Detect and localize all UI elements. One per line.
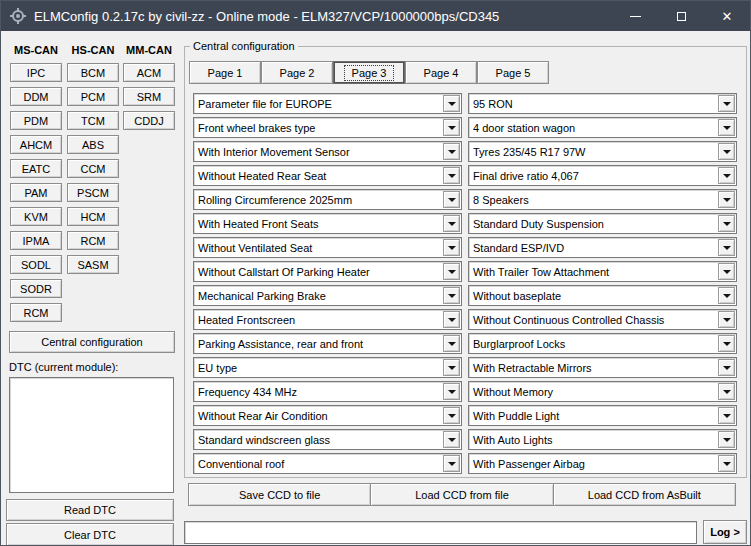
config-combobox[interactable]: Mechanical Parking Brake	[193, 285, 462, 306]
dropdown-button[interactable]	[443, 455, 460, 472]
config-combobox[interactable]: Final drive ratio 4,067	[468, 165, 737, 186]
dropdown-button[interactable]	[443, 407, 460, 424]
module-button[interactable]: SASM	[67, 255, 119, 274]
module-button[interactable]: SRM	[123, 87, 175, 106]
page-tab[interactable]: Page 2	[261, 61, 333, 84]
module-button[interactable]: IPC	[10, 63, 62, 82]
module-button[interactable]: EATC	[10, 159, 62, 178]
dropdown-button[interactable]	[718, 359, 735, 376]
dropdown-button[interactable]	[718, 263, 735, 280]
module-button[interactable]: AHCM	[10, 135, 62, 154]
dropdown-button[interactable]	[443, 311, 460, 328]
config-combobox[interactable]: With Retractable Mirrors	[468, 357, 737, 378]
ccd-button[interactable]: Save CCD to file	[188, 483, 371, 506]
module-button[interactable]: RCM	[67, 231, 119, 250]
dropdown-button[interactable]	[443, 191, 460, 208]
config-combobox[interactable]: 95 RON	[468, 93, 737, 114]
config-combobox[interactable]: Without baseplate	[468, 285, 737, 306]
config-combobox[interactable]: Without Memory	[468, 381, 737, 402]
dropdown-button[interactable]	[443, 383, 460, 400]
config-combobox[interactable]: Parameter file for EUROPE	[193, 93, 462, 114]
module-button[interactable]: BCM	[67, 63, 119, 82]
module-button[interactable]: CDDJ	[123, 111, 175, 130]
config-combobox[interactable]: With Interior Movement Sensor	[193, 141, 462, 162]
dropdown-button[interactable]	[718, 215, 735, 232]
dropdown-button[interactable]	[718, 119, 735, 136]
module-button[interactable]: DDM	[10, 87, 62, 106]
config-combobox[interactable]: Without Callstart Of Parking Heater	[193, 261, 462, 282]
config-combobox[interactable]: Standard windscreen glass	[193, 429, 462, 450]
dropdown-button[interactable]	[443, 239, 460, 256]
maximize-button[interactable]	[658, 1, 704, 31]
module-button[interactable]: PDM	[10, 111, 62, 130]
config-combobox[interactable]: With Heated Front Seats	[193, 213, 462, 234]
dropdown-button[interactable]	[443, 167, 460, 184]
page-tab[interactable]: Page 1	[189, 61, 261, 84]
config-combobox[interactable]: Tyres 235/45 R17 97W	[468, 141, 737, 162]
module-button[interactable]: IPMA	[10, 231, 62, 250]
log-input[interactable]	[184, 521, 697, 544]
dropdown-button[interactable]	[718, 191, 735, 208]
config-combobox[interactable]: Frequency 434 MHz	[193, 381, 462, 402]
module-button[interactable]: TCM	[67, 111, 119, 130]
page-tab[interactable]: Page 3	[333, 61, 405, 84]
config-combobox[interactable]: Heated Frontscreen	[193, 309, 462, 330]
clear-dtc-button[interactable]: Clear DTC	[6, 523, 174, 546]
module-button[interactable]: PAM	[10, 183, 62, 202]
dropdown-button[interactable]	[443, 335, 460, 352]
central-configuration-button[interactable]: Central configuration	[9, 331, 175, 353]
dropdown-button[interactable]	[443, 215, 460, 232]
module-button[interactable]: SODL	[10, 255, 62, 274]
module-button[interactable]: KVM	[10, 207, 62, 226]
module-button[interactable]: HCM	[67, 207, 119, 226]
config-combobox[interactable]: With Trailer Tow Attachment	[468, 261, 737, 282]
module-button[interactable]: PCM	[67, 87, 119, 106]
dropdown-button[interactable]	[718, 455, 735, 472]
config-combobox[interactable]: 8 Speakers	[468, 189, 737, 210]
config-combobox[interactable]: Without Rear Air Condition	[193, 405, 462, 426]
dropdown-button[interactable]	[443, 143, 460, 160]
module-button[interactable]: ABS	[67, 135, 119, 154]
ccd-button[interactable]: Load CCD from AsBuilt	[553, 483, 736, 506]
dropdown-button[interactable]	[718, 407, 735, 424]
dropdown-button[interactable]	[718, 167, 735, 184]
config-combobox[interactable]: Burglarproof Locks	[468, 333, 737, 354]
dropdown-button[interactable]	[443, 359, 460, 376]
config-combobox[interactable]: Front wheel brakes type	[193, 117, 462, 138]
dropdown-button[interactable]	[443, 95, 460, 112]
config-combobox[interactable]: With Auto Lights	[468, 429, 737, 450]
dropdown-button[interactable]	[718, 239, 735, 256]
close-button[interactable]: ✕	[704, 1, 750, 31]
dropdown-button[interactable]	[718, 311, 735, 328]
config-combobox[interactable]: 4 door station wagon	[468, 117, 737, 138]
dropdown-button[interactable]	[718, 143, 735, 160]
minimize-button[interactable]	[612, 1, 658, 31]
config-combobox[interactable]: Rolling Circumference 2025mm	[193, 189, 462, 210]
dropdown-button[interactable]	[443, 431, 460, 448]
config-combobox[interactable]: Standard ESP/IVD	[468, 237, 737, 258]
dropdown-button[interactable]	[718, 335, 735, 352]
dropdown-button[interactable]	[443, 119, 460, 136]
dropdown-button[interactable]	[718, 287, 735, 304]
module-button[interactable]: ACM	[123, 63, 175, 82]
config-combobox[interactable]: With Passenger Airbag	[468, 453, 737, 474]
module-button[interactable]: RCM	[10, 303, 62, 322]
module-button[interactable]: CCM	[67, 159, 119, 178]
config-combobox[interactable]: Without Ventilated Seat	[193, 237, 462, 258]
module-button[interactable]: PSCM	[67, 183, 119, 202]
dropdown-button[interactable]	[443, 287, 460, 304]
dropdown-button[interactable]	[718, 383, 735, 400]
ccd-button[interactable]: Load CCD from file	[370, 483, 553, 506]
config-combobox[interactable]: EU type	[193, 357, 462, 378]
dropdown-button[interactable]	[443, 263, 460, 280]
dropdown-button[interactable]	[718, 431, 735, 448]
dtc-listbox[interactable]	[9, 377, 174, 493]
config-combobox[interactable]: Without Continuous Controlled Chassis	[468, 309, 737, 330]
page-tab[interactable]: Page 4	[405, 61, 477, 84]
log-toggle-button[interactable]: Log >	[703, 520, 747, 544]
page-tab[interactable]: Page 5	[477, 61, 549, 84]
config-combobox[interactable]: Standard Duty Suspension	[468, 213, 737, 234]
config-combobox[interactable]: Conventional roof	[193, 453, 462, 474]
dropdown-button[interactable]	[718, 95, 735, 112]
config-combobox[interactable]: Without Heated Rear Seat	[193, 165, 462, 186]
